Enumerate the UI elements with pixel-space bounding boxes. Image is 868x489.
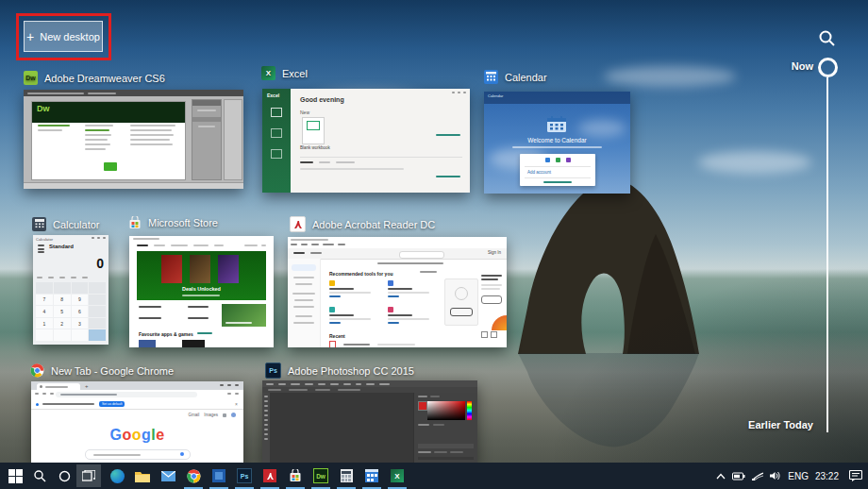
store-favourites-heading: Favourite apps & games [139,331,193,337]
calendar-cloud [578,120,626,137]
thumb-title-label: Adobe Photoshop CC 2015 [288,365,414,377]
taskbar-search-icon[interactable] [27,464,52,487]
tray-chevron-up-icon[interactable] [716,473,726,480]
window-dreamweaver[interactable]: Dw [24,90,243,189]
highlight-box [16,13,111,60]
thumb-title-acrobat[interactable]: Adobe Acrobat Reader DC [290,216,435,232]
ps-panels [413,393,477,463]
clock[interactable]: 23:22 [815,471,839,481]
profile-avatar [231,413,236,417]
cloud [698,151,811,174]
dw-green-button [104,162,117,171]
calculator-icon [32,217,46,231]
thumb-title-calendar[interactable]: Calendar [484,70,547,84]
timeline-scrollbar[interactable] [826,77,828,432]
calendar-welcome-sub [512,146,602,148]
store-titlebar [133,238,171,240]
calc-window-controls [92,237,106,239]
acrobat-titlebar [291,239,328,241]
calc-display: 0 [38,256,104,271]
taskbar-excel-icon[interactable]: X [385,464,409,487]
calendar-welcome-text: Welcome to Calendar [484,137,630,143]
dw-col-top [130,125,175,145]
acrobat-view-all [420,271,437,273]
taskbar-photoshop-icon[interactable]: Ps [232,464,257,487]
calendar-welcome-icon [546,116,567,133]
calc-keypad: 7 8 9 4 5 6 1 2 3 [36,282,106,342]
ps-foreground-swatch [418,401,427,411]
chrome-set-default-button: Set as default [99,401,125,407]
taskbar-chrome-icon[interactable] [181,464,206,487]
dreamweaver-icon: Dw [24,71,38,85]
dw-statusbar [24,182,243,189]
action-center-icon[interactable] [849,470,862,481]
calc-titlebar: Calculator [36,237,53,242]
excel-empty-text [300,168,404,170]
thumb-title-photoshop[interactable]: Ps Adobe Photoshop CC 2015 [265,363,414,379]
excel-divider [300,157,462,158]
thumb-title-dreamweaver[interactable]: Dw Adobe Dreamweaver CS6 [24,71,165,85]
thumb-title-store[interactable]: Microsoft Store [127,215,218,229]
taskbar-file-explorer-icon[interactable] [130,464,155,487]
thumb-title-label: New Tab - Google Chrome [51,365,174,377]
excel-sidebar: Excel [262,89,291,193]
taskbar-store-icon[interactable] [283,464,308,487]
store-banner: Deals Unlocked [137,251,266,300]
acrobat-tool-card-3 [329,307,381,328]
excel-blank-workbook-card [302,117,325,144]
window-acrobat[interactable]: Sign In Recommended tools for you [288,237,507,347]
calendar-icon [484,70,498,84]
taskbar-mail-icon[interactable] [156,464,180,487]
dw-col-open [38,125,70,131]
task-view-button[interactable] [76,464,101,487]
acrobat-tool-card-2 [388,280,440,301]
game-poster-brown [190,255,210,283]
calc-memory-row [37,277,88,278]
timeline-now-marker[interactable] [818,58,838,77]
thumb-title-label: Adobe Dreamweaver CS6 [44,73,165,84]
cortana-icon[interactable] [52,464,76,487]
taskbar-acrobat-icon[interactable] [258,464,282,487]
language-indicator[interactable]: ENG [788,471,809,481]
excel-greeting: Good evening [300,96,344,103]
dusk-shading [547,264,868,463]
store-link-top-free [139,306,161,308]
store-banner-title: Deals Unlocked [137,286,266,292]
window-calculator[interactable]: Calculator Standard 0 7 8 9 4 5 6 1 2 3 [33,235,108,345]
acrobat-view-toggle [481,331,497,338]
calendar-account-card: Add account [520,154,595,186]
thumb-title-excel[interactable]: X Excel [261,66,308,80]
chrome-icon [30,363,44,378]
store-link-deals [188,306,209,308]
thumb-title-chrome[interactable]: New Tab - Google Chrome [30,363,174,378]
thumb-title-label: Adobe Acrobat Reader DC [312,219,435,230]
thumb-title-label: Excel [282,68,308,79]
acrobat-tool-card-1 [329,280,381,301]
start-button[interactable] [3,464,27,487]
excel-new-label: New [300,110,309,115]
acrobat-recent-heading: Recent [329,333,345,339]
taskbar-dreamweaver-icon[interactable]: Dw [309,464,333,487]
window-photoshop[interactable] [262,380,477,463]
chrome-infobar: Set as default × [31,399,243,410]
photoshop-icon: Ps [265,363,281,379]
window-excel[interactable]: Excel Good evening New Blank workbook [262,89,470,193]
taskbar-edge-icon[interactable] [105,464,129,487]
volume-icon[interactable] [770,471,781,481]
thumb-title-label: Microsoft Store [148,217,218,228]
store-search [244,244,266,246]
excel-more-templates-link [436,134,460,136]
dw-welcome-card: Dw [31,101,186,180]
window-calendar[interactable]: Calendar Welcome to Calendar Add account [484,92,630,194]
battery-icon[interactable] [732,472,745,481]
window-chrome[interactable]: + Set as default × Gmail Images Google [31,381,243,463]
taskbar-calendar-icon[interactable] [359,464,384,487]
images-link: Images [204,413,218,417]
window-store[interactable]: Deals Unlocked Favourite apps & games [129,236,274,347]
network-signal-icon[interactable] [752,472,763,481]
timeline-search-icon[interactable] [817,28,837,48]
thumb-title-calculator[interactable]: Calculator [32,217,100,231]
taskbar-photos-icon[interactable] [207,464,231,487]
acrobat-open-file-card [444,278,478,326]
taskbar-calculator-icon[interactable] [334,464,359,487]
